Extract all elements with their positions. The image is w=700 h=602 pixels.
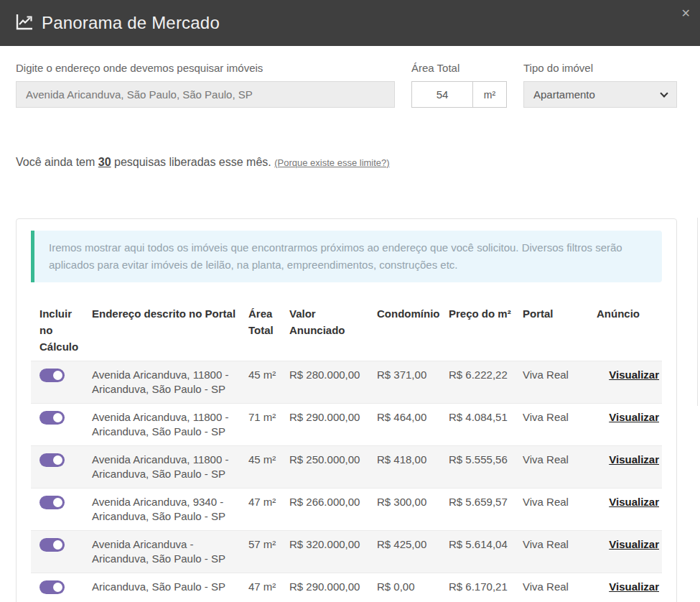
col-price-m2: Preço do m² bbox=[449, 301, 523, 361]
toggle-knob bbox=[53, 583, 62, 592]
row-address: Avenida Aricanduva, 11800 - Aricanduva, … bbox=[92, 361, 248, 404]
table-row: Avenida Aricanduva, 9340 - Aricanduva, S… bbox=[31, 488, 662, 531]
include-toggle[interactable] bbox=[39, 369, 65, 382]
row-portal: Viva Real bbox=[523, 404, 597, 446]
row-address: Avenida Aricanduva, 11800 - Aricanduva, … bbox=[92, 404, 248, 446]
row-price: R$ 320.000,00 bbox=[289, 531, 377, 573]
row-condo: R$ 371,00 bbox=[377, 361, 449, 404]
visualizar-link[interactable]: Visualizar bbox=[609, 538, 659, 550]
row-condo: R$ 464,00 bbox=[377, 404, 449, 446]
col-condo: Condomínio bbox=[377, 301, 449, 361]
row-address: Avenida Aricanduva - Aricanduva, São Pau… bbox=[92, 531, 248, 573]
visualizar-link[interactable]: Visualizar bbox=[609, 496, 659, 508]
row-price-m2: R$ 4.084,51 bbox=[449, 404, 523, 446]
col-area: Área Total bbox=[248, 301, 289, 361]
toggle-knob bbox=[53, 455, 62, 465]
row-action-cell: Visualizar bbox=[597, 446, 662, 488]
row-include-cell bbox=[31, 531, 92, 573]
row-area: 45 m² bbox=[248, 361, 289, 404]
results-table: Incluir no Cálculo Endereço descrito no … bbox=[31, 301, 662, 602]
row-portal: Viva Real bbox=[523, 573, 597, 602]
table-row: Avenida Aricanduva, 11800 - Aricanduva, … bbox=[31, 446, 662, 488]
row-price-m2: R$ 5.614,04 bbox=[449, 531, 523, 573]
row-area: 71 m² bbox=[248, 404, 289, 446]
row-price-m2: R$ 6.222,22 bbox=[449, 361, 523, 404]
toggle-knob bbox=[53, 540, 62, 550]
row-include-cell bbox=[31, 404, 92, 446]
col-include: Incluir no Cálculo bbox=[31, 301, 92, 361]
row-action-cell: Visualizar bbox=[597, 361, 662, 404]
row-price: R$ 290.000,00 bbox=[289, 404, 377, 446]
table-row: Aricanduva, São Paulo - SP 47 m² R$ 290.… bbox=[31, 573, 662, 602]
results-body: Avenida Aricanduva, 11800 - Aricanduva, … bbox=[31, 361, 662, 602]
page-title: Panorama de Mercado bbox=[42, 13, 220, 33]
address-input[interactable] bbox=[16, 81, 395, 108]
table-header-row: Incluir no Cálculo Endereço descrito no … bbox=[31, 301, 662, 361]
quota-prefix: Você ainda tem bbox=[16, 156, 95, 168]
quota-count: 30 bbox=[98, 156, 111, 168]
toggle-knob bbox=[53, 371, 62, 380]
property-type-label: Tipo do imóvel bbox=[523, 62, 677, 74]
row-address: Avenida Aricanduva, 11800 - Aricanduva, … bbox=[92, 446, 248, 488]
col-portal: Portal bbox=[523, 301, 597, 361]
visualizar-link[interactable]: Visualizar bbox=[609, 580, 659, 593]
quota-text: Você ainda tem 30 pesquisas liberadas es… bbox=[16, 156, 390, 169]
results-card: Iremos mostrar aqui todos os imóveis que… bbox=[16, 218, 677, 602]
address-group: Digite o endereço onde devemos pesquisar… bbox=[16, 62, 395, 108]
row-price-m2: R$ 5.659,57 bbox=[449, 488, 523, 531]
property-type-value: Apartamento bbox=[533, 88, 595, 101]
include-toggle[interactable] bbox=[39, 538, 65, 552]
row-price-m2: R$ 6.170,21 bbox=[449, 573, 523, 602]
notice-box: Iremos mostrar aqui todos os imóveis que… bbox=[31, 231, 662, 282]
visualizar-link[interactable]: Visualizar bbox=[609, 369, 659, 381]
include-toggle[interactable] bbox=[39, 496, 65, 509]
area-label: Área Total bbox=[411, 62, 507, 74]
chevron-down-icon bbox=[660, 89, 668, 97]
chart-line-icon bbox=[14, 12, 34, 34]
row-condo: R$ 0,00 bbox=[377, 573, 449, 602]
area-unit-addon: m² bbox=[473, 81, 507, 108]
row-action-cell: Visualizar bbox=[597, 573, 662, 602]
visualizar-link[interactable]: Visualizar bbox=[609, 453, 659, 466]
row-address: Aricanduva, São Paulo - SP bbox=[92, 573, 248, 602]
row-address: Avenida Aricanduva, 9340 - Aricanduva, S… bbox=[92, 488, 248, 531]
row-area: 47 m² bbox=[248, 573, 289, 602]
row-condo: R$ 300,00 bbox=[377, 488, 449, 531]
include-toggle[interactable] bbox=[39, 453, 65, 467]
row-price-m2: R$ 5.555,56 bbox=[449, 446, 523, 488]
row-portal: Viva Real bbox=[523, 488, 597, 531]
col-address: Endereço descrito no Portal bbox=[92, 301, 248, 361]
area-input[interactable] bbox=[411, 81, 473, 108]
toggle-knob bbox=[53, 498, 62, 507]
scrollbar-thumb[interactable] bbox=[697, 218, 698, 406]
col-ad: Anúncio bbox=[597, 301, 662, 361]
modal-header: Panorama de Mercado ✕ bbox=[0, 0, 700, 46]
row-include-cell bbox=[31, 361, 92, 404]
visualizar-link[interactable]: Visualizar bbox=[609, 411, 659, 423]
table-row: Avenida Aricanduva, 11800 - Aricanduva, … bbox=[31, 404, 662, 446]
row-portal: Viva Real bbox=[523, 531, 597, 573]
quota-suffix: pesquisas liberadas esse mês. bbox=[114, 156, 271, 168]
row-include-cell bbox=[31, 446, 92, 488]
row-price: R$ 290.000,00 bbox=[289, 573, 377, 602]
include-toggle[interactable] bbox=[39, 580, 65, 594]
toggle-knob bbox=[53, 413, 62, 422]
quota-limit-link[interactable]: (Porque existe esse limite?) bbox=[274, 157, 389, 168]
row-price: R$ 266.000,00 bbox=[289, 488, 377, 531]
row-include-cell bbox=[31, 573, 92, 602]
include-toggle[interactable] bbox=[39, 411, 65, 425]
row-area: 47 m² bbox=[248, 488, 289, 531]
row-price: R$ 280.000,00 bbox=[289, 361, 377, 404]
col-price: Valor Anunciado bbox=[289, 301, 377, 361]
row-include-cell bbox=[31, 488, 92, 531]
row-portal: Viva Real bbox=[523, 361, 597, 404]
row-condo: R$ 418,00 bbox=[377, 446, 449, 488]
row-condo: R$ 425,00 bbox=[377, 531, 449, 573]
property-type-select[interactable]: Apartamento bbox=[523, 81, 677, 108]
property-type-group: Tipo do imóvel Apartamento bbox=[523, 62, 677, 108]
close-icon[interactable]: ✕ bbox=[681, 8, 691, 19]
table-row: Avenida Aricanduva - Aricanduva, São Pau… bbox=[31, 531, 662, 573]
row-action-cell: Visualizar bbox=[597, 488, 662, 531]
table-row: Avenida Aricanduva, 11800 - Aricanduva, … bbox=[31, 361, 662, 404]
row-area: 45 m² bbox=[248, 446, 289, 488]
